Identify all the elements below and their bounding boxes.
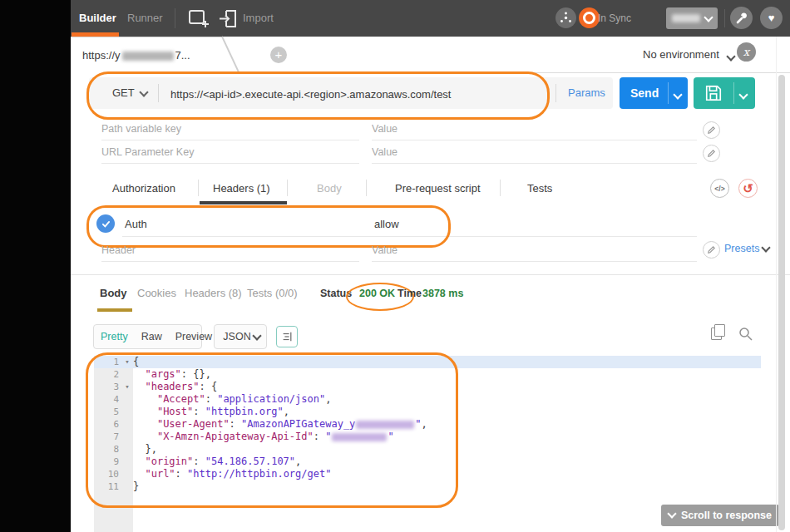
- left-sidebar: [0, 0, 71, 532]
- path-variable-key-input[interactable]: [101, 118, 359, 140]
- save-floppy-icon: [704, 84, 723, 106]
- chevron-down-icon: [667, 509, 676, 518]
- new-header-key-input[interactable]: [101, 239, 359, 262]
- redacted-value: [332, 433, 387, 441]
- header-value-cell[interactable]: allow: [374, 218, 399, 230]
- new-tab-icon[interactable]: [188, 9, 210, 32]
- tab-divider: [287, 180, 288, 196]
- line-number: 5: [94, 406, 121, 418]
- sync-status-icon[interactable]: [579, 7, 600, 28]
- code-line: 2 "args": {},: [94, 368, 761, 381]
- response-active-tab-underline: [97, 308, 132, 312]
- status-badge: 200 OK: [359, 288, 395, 299]
- presets-dropdown[interactable]: Presets: [724, 243, 769, 254]
- code-line: 9 "origin": "54.186.57.107",: [94, 456, 761, 468]
- generate-code-icon[interactable]: </>: [710, 179, 729, 198]
- line-number: 8: [94, 443, 121, 456]
- copy-icon[interactable]: [711, 328, 722, 340]
- url-parameter-key-input[interactable]: [101, 141, 359, 164]
- chevron-down-icon: [726, 52, 735, 61]
- fold-caret-icon[interactable]: ▾: [121, 381, 133, 393]
- send-label: Send: [630, 77, 659, 109]
- response-tab-headers[interactable]: Headers (8): [185, 287, 242, 299]
- request-tab[interactable]: https://y7...: [71, 37, 223, 74]
- beautify-icon[interactable]: [276, 326, 298, 347]
- request-tab-strip: https://y7... + No environment x: [71, 37, 790, 73]
- path-variable-value-input[interactable]: [372, 118, 697, 140]
- tab-builder[interactable]: Builder: [79, 0, 116, 37]
- environment-quick-look[interactable]: x: [737, 42, 756, 62]
- new-request-tab-button[interactable]: +: [270, 47, 287, 63]
- proxy-icon[interactable]: [555, 7, 576, 28]
- response-tab-tests[interactable]: Tests (0/0): [247, 287, 298, 299]
- view-raw[interactable]: Raw: [135, 331, 169, 342]
- tab-divider: [366, 180, 367, 196]
- search-icon[interactable]: [738, 326, 753, 345]
- response-tab-cookies[interactable]: Cookies: [137, 287, 176, 299]
- reset-icon[interactable]: ↺: [738, 179, 758, 198]
- header-key-cell[interactable]: Auth: [125, 218, 147, 230]
- method-dropdown[interactable]: GET: [112, 77, 147, 109]
- tab-slant-edge: [221, 37, 239, 73]
- code-line: 3▾ "headers": {: [94, 381, 761, 393]
- request-tab-label: https://y7...: [82, 37, 190, 74]
- tab-authorization[interactable]: Authorization: [112, 182, 175, 195]
- tab-pre-request-script[interactable]: Pre-request script: [395, 182, 481, 195]
- edit-pencil-icon[interactable]: [703, 145, 720, 162]
- edit-pencil-icon[interactable]: [703, 241, 720, 259]
- header-enabled-checkbox[interactable]: [96, 214, 115, 233]
- chevron-down-icon: [762, 244, 771, 253]
- save-button[interactable]: [694, 77, 755, 109]
- save-options-chevron-icon[interactable]: [738, 90, 748, 99]
- tab-headers[interactable]: Headers (1): [213, 182, 270, 195]
- view-preview[interactable]: Preview: [169, 331, 219, 342]
- line-number: 1: [94, 356, 121, 368]
- chevron-down-icon: [139, 87, 148, 96]
- response-tab-body[interactable]: Body: [100, 287, 127, 299]
- edit-pencil-icon[interactable]: [703, 121, 720, 139]
- line-number: 4: [94, 393, 121, 406]
- time-label: Time: [397, 288, 422, 299]
- code-line: 10 "url": "http://httpbin.org/get": [94, 468, 761, 480]
- line-number: 9: [94, 456, 121, 468]
- chevron-down-icon: [252, 331, 261, 340]
- new-header-value-input[interactable]: [372, 239, 697, 262]
- request-url-input[interactable]: [169, 77, 546, 111]
- code-line: 4 "Accept": "application/json",: [94, 393, 761, 406]
- chevron-down-icon: [704, 12, 713, 22]
- active-tab-underline: [200, 201, 287, 204]
- format-dropdown[interactable]: JSON: [214, 324, 267, 349]
- header-row-underline: [122, 236, 697, 237]
- tab-body[interactable]: Body: [317, 182, 342, 195]
- scrollbar-thumb[interactable]: [778, 75, 785, 530]
- settings-wrench-icon[interactable]: [730, 7, 753, 29]
- line-number: 3: [94, 381, 121, 393]
- scrollbar-track: [776, 37, 777, 532]
- topbar-divider: [175, 8, 175, 28]
- import-icon[interactable]: [219, 9, 239, 32]
- fold-caret-icon[interactable]: ▾: [121, 356, 133, 368]
- tab-url-redacted: [122, 52, 174, 61]
- tab-divider: [500, 180, 501, 196]
- line-number: 6: [94, 418, 121, 431]
- params-button[interactable]: Params: [568, 77, 605, 109]
- url-parameter-value-input[interactable]: [372, 141, 697, 164]
- tab-divider: [198, 180, 199, 196]
- tab-runner[interactable]: Runner: [127, 0, 163, 37]
- environment-selector[interactable]: No environment: [643, 37, 719, 73]
- line-number: 11: [94, 480, 121, 493]
- view-pretty[interactable]: Pretty: [94, 331, 135, 342]
- send-options-chevron-icon[interactable]: [673, 90, 682, 99]
- sync-ring-glyph: [583, 12, 595, 24]
- favorites-heart-icon[interactable]: ♥: [760, 7, 783, 29]
- account-name-redacted: [672, 14, 700, 22]
- import-button[interactable]: Import: [243, 0, 274, 37]
- send-button[interactable]: Send: [620, 77, 688, 109]
- save-split-divider: [733, 82, 734, 104]
- response-code-lines[interactable]: 1▾{2 "args": {},3▾ "headers": {4 "Accept…: [94, 356, 761, 493]
- code-line: 7 "X-Amzn-Apigateway-Api-Id": "": [94, 431, 761, 443]
- account-menu-button[interactable]: [666, 7, 718, 29]
- scroll-to-response-button[interactable]: Scroll to response: [661, 505, 779, 526]
- tab-tests[interactable]: Tests: [527, 182, 552, 195]
- time-value: 3878 ms: [422, 288, 463, 299]
